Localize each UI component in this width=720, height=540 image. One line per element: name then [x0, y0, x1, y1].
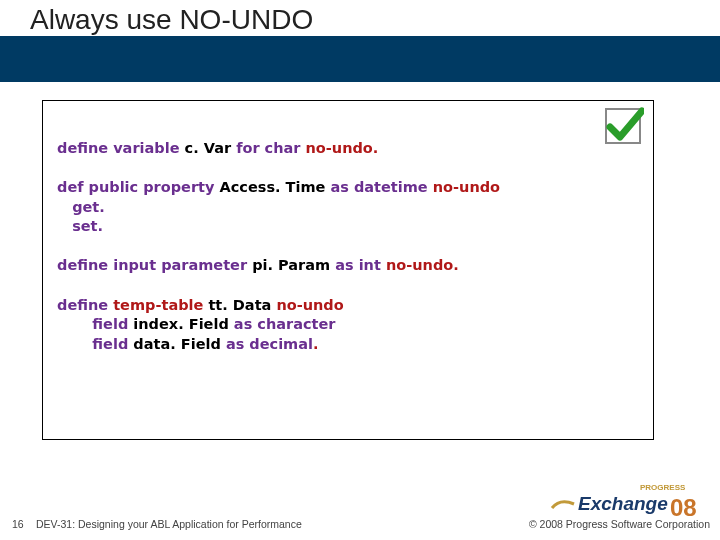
code-line-2: def public property Access. Time as date…: [57, 178, 641, 198]
code-noundo: no-undo.: [300, 140, 378, 156]
code-line-8: field data. Field as decimal.: [57, 335, 641, 355]
code-name: index. Field: [128, 316, 234, 332]
slide-title: Always use NO-UNDO: [30, 4, 313, 36]
code-kw: get.: [57, 199, 105, 215]
checkmark-icon: [602, 105, 644, 147]
code-name: tt. Data: [208, 297, 271, 313]
code-noundo: no-undo.: [381, 257, 459, 273]
logo-top-text: PROGRESS: [640, 483, 686, 492]
code-kw: as character: [234, 316, 336, 332]
footer-title: DEV-31: Designing your ABL Application f…: [36, 518, 302, 530]
code-kw: field: [57, 316, 128, 332]
page-number: 16: [12, 518, 24, 530]
code-line-3: get.: [57, 198, 641, 218]
code-line-7: field index. Field as character: [57, 315, 641, 335]
code-line-6: define temp-table tt. Data no-undo: [57, 296, 641, 316]
code-kw: define: [57, 297, 108, 313]
code-kw: field: [57, 336, 128, 352]
code-kw: define input parameter: [57, 257, 247, 273]
code-line-4: set.: [57, 217, 641, 237]
code-noundo: .: [313, 336, 319, 352]
code-noundo: temp-table: [108, 297, 208, 313]
code-noundo: no-undo: [271, 297, 343, 313]
code-noundo: no-undo: [428, 179, 500, 195]
code-kw: set.: [57, 218, 103, 234]
code-name: c. Var: [180, 140, 237, 156]
code-kw: as int: [335, 257, 381, 273]
code-kw: as datetime: [330, 179, 427, 195]
code-kw: for char: [236, 140, 300, 156]
code-name: pi. Param: [247, 257, 335, 273]
copyright-text: © 2008 Progress Software Corporation: [529, 518, 710, 530]
code-kw: define variable: [57, 140, 180, 156]
code-line-5: define input parameter pi. Param as int …: [57, 256, 641, 276]
code-line-1: define variable c. Var for char no-undo.: [57, 139, 641, 159]
code-kw: def public property: [57, 179, 214, 195]
code-example-box: define variable c. Var for char no-undo.…: [42, 100, 654, 440]
code-name: Access. Time: [214, 179, 330, 195]
code-name: data. Field: [128, 336, 226, 352]
header-band: [0, 36, 720, 82]
code-kw: as decimal: [226, 336, 313, 352]
footer: 16 DEV-31: Designing your ABL Applicatio…: [0, 510, 720, 534]
